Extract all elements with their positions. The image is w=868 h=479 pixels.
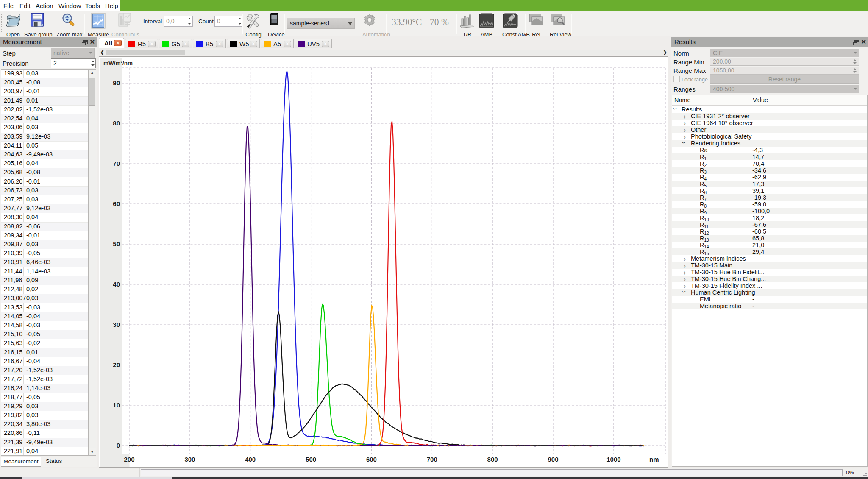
svg-text:30: 30: [113, 321, 120, 328]
svg-text:nm: nm: [649, 456, 659, 463]
svg-text:200: 200: [124, 456, 134, 463]
svg-text:600: 600: [366, 456, 377, 463]
svg-text:60: 60: [113, 200, 120, 207]
svg-text:700: 700: [427, 456, 437, 463]
svg-text:mW/m²/nm: mW/m²/nm: [103, 60, 133, 66]
svg-text:0: 0: [117, 442, 120, 449]
svg-text:1000: 1000: [606, 456, 620, 463]
svg-text:90: 90: [113, 79, 120, 86]
svg-text:50: 50: [113, 240, 120, 248]
svg-text:900: 900: [548, 456, 558, 463]
svg-text:70: 70: [113, 160, 120, 167]
svg-text:500: 500: [306, 456, 316, 463]
svg-text:800: 800: [487, 456, 498, 463]
svg-text:40: 40: [113, 281, 120, 288]
svg-text:300: 300: [184, 456, 195, 463]
svg-text:80: 80: [113, 120, 120, 127]
svg-text:400: 400: [245, 456, 256, 463]
svg-text:20: 20: [113, 361, 120, 368]
svg-text:10: 10: [113, 401, 120, 409]
